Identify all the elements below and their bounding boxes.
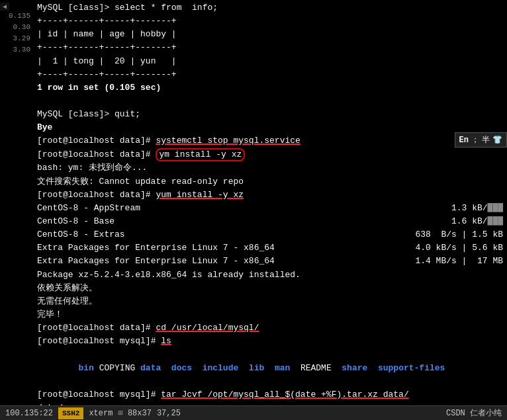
line-table-border2: +----+------+-----+-------+ — [37, 41, 503, 54]
line-table-header: | id | name | age | hobby | — [37, 28, 503, 41]
scroll-left[interactable]: ◀ — [0, 3, 9, 11]
line-systemctl: [root@localhost data]# systemctl stop my… — [37, 134, 503, 147]
line-dep-resolve: 依赖关系解决。 — [37, 282, 503, 295]
statusbar-right: CSDN 仁者小纯 — [446, 407, 502, 419]
terminal-body: MySQL [class]> select * from info; +----… — [33, 0, 507, 405]
line-bye: Bye — [37, 121, 503, 134]
line-yum-install: [root@localhost data]# yum install -y xz — [37, 189, 503, 202]
line-bash-ym: bash: ym: 未找到命令... — [37, 161, 503, 175]
line-epel1: Extra Packages for Enterprise Linux 7 - … — [37, 241, 503, 255]
shirt-icon: 👕 — [492, 135, 502, 145]
csdn-label: CSDN 仁者小纯 — [446, 407, 502, 419]
lang-overlay: En ； 半 👕 — [455, 132, 507, 147]
blank-line — [37, 95, 503, 108]
line-epel2: Extra Packages for Enterprise Linux 7 - … — [37, 255, 503, 268]
line-no-processing: 无需任何处理。 — [37, 295, 503, 308]
line-centos-extras: CentOS-8 - Extras 638 B/s | 1.5 kB — [37, 228, 503, 241]
line-table-border1: +----+------+-----+-------+ — [37, 15, 503, 28]
en-label: En — [459, 136, 469, 145]
line-table-row: | 1 | tong | 20 | yun | — [37, 55, 503, 68]
line-mysql-quit: MySQL [class]> quit; — [37, 108, 503, 121]
status-time: 100.135:22 — [5, 409, 53, 418]
separator: ； — [471, 134, 479, 146]
line-package-installed: Package xz-5.2.4-3.el8.x86_64 is already… — [37, 269, 503, 282]
line-numbers: 0.135 0.30 3.29 3.30 — [0, 11, 33, 56]
statusbar-left: 100.135:22 SSH2 xterm ⊞ 88x37 37,25 — [5, 407, 446, 419]
line-table-border3: +----+------+-----+-------+ — [37, 68, 503, 81]
line-ls: [root@localhost mysql]# ls — [37, 335, 503, 348]
line-tar: [root@localhost mysql]# tar Jcvf /opt/my… — [37, 388, 503, 401]
left-sidebar: ◀ 0.135 0.30 3.29 3.30 — [0, 0, 33, 405]
ssh2-badge: SSH2 — [58, 407, 83, 419]
line-ls-output: bin COPYING data docs include lib man RE… — [37, 348, 503, 388]
line-centos-appstream: CentOS-8 - AppStream 1.3 kB/███ — [37, 202, 503, 215]
terminal-window: ◀ 0.135 0.30 3.29 3.30 MySQL [class]> se… — [0, 0, 507, 420]
half-label: 半 — [482, 134, 490, 146]
line-file-search-fail: 文件搜索失败: Cannot update read-only repo — [37, 175, 503, 189]
statusbar: 100.135:22 SSH2 xterm ⊞ 88x37 37,25 CSDN… — [0, 405, 507, 420]
terminal-dimensions: ⊞ 88x37 — [118, 408, 151, 418]
line-mysql-select: MySQL [class]> select * from info; — [37, 1, 503, 15]
line-row-count: 1 row in set (0.105 sec) — [37, 81, 503, 95]
xterm-label: xterm — [89, 409, 113, 418]
line-centos-base: CentOS-8 - Base 1.6 kB/███ — [37, 215, 503, 228]
line-ym-install: [root@localhost data]# ym install -y xz — [37, 148, 503, 162]
line-cd: [root@localhost data]# cd /usr/local/mys… — [37, 321, 503, 335]
line-done: 完毕！ — [37, 308, 503, 321]
cursor-position: 37,25 — [157, 409, 181, 418]
